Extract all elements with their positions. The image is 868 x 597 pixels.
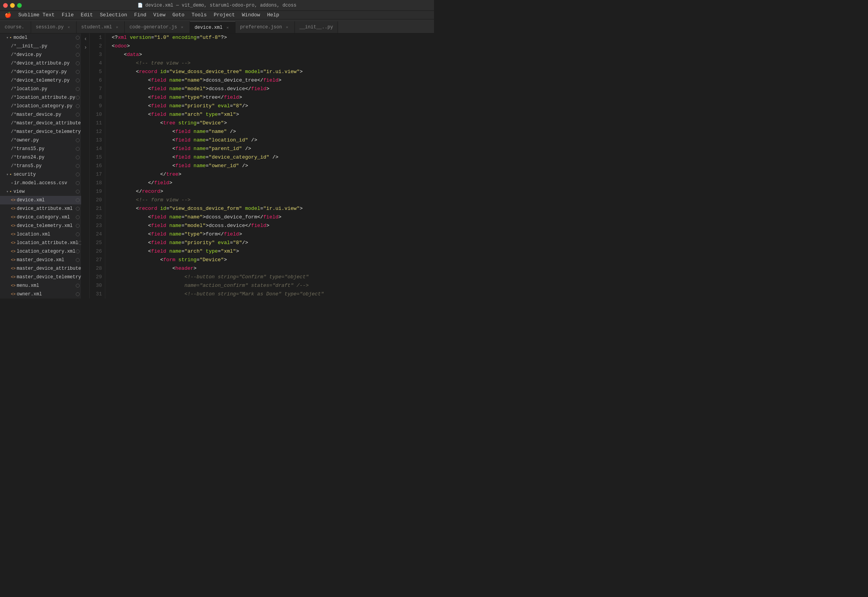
sidebar-circle bbox=[76, 207, 80, 211]
sidebar-item-loc-cat-py[interactable]: /* location_category.py bbox=[0, 102, 81, 110]
sidebar-item-device-py[interactable]: /* device.py bbox=[0, 51, 81, 59]
sidebar-item-master-dev-attr-xml[interactable]: <> master_device_attribute.xml bbox=[0, 264, 81, 273]
py-icon: /* bbox=[11, 78, 16, 83]
sidebar-item-device-tel-xml[interactable]: <> device_telemetry.xml bbox=[0, 222, 81, 230]
editor-area: ‹ › 1 2 3 4 5 6 7 8 9 10 11 12 13 14 15 … bbox=[82, 33, 434, 298]
tab-init[interactable]: __init__..py bbox=[295, 21, 338, 33]
sidebar-label: owner.xml bbox=[17, 292, 42, 297]
nav-back[interactable]: ‹ bbox=[82, 35, 89, 43]
py-icon: /* bbox=[11, 120, 16, 126]
sidebar-folder-security[interactable]: ▾ ▪ security bbox=[0, 170, 81, 179]
py-icon: /* bbox=[11, 138, 16, 143]
menu-view[interactable]: View bbox=[150, 11, 169, 19]
xml-icon: <> bbox=[11, 275, 16, 279]
sidebar-item-master-dev-attr-py[interactable]: /* master_device_attribute.py bbox=[0, 119, 81, 127]
menu-find[interactable]: Find bbox=[131, 11, 149, 19]
sidebar-item-loc-cat-xml[interactable]: <> location_category.xml bbox=[0, 247, 81, 256]
sidebar-item-master-device-py[interactable]: /* master_device.py bbox=[0, 110, 81, 119]
sidebar-label: location_attribute.xml bbox=[17, 240, 78, 246]
tab-course[interactable]: course. bbox=[0, 21, 31, 33]
py-icon: /* bbox=[11, 61, 16, 66]
tab-close-student[interactable]: ✕ bbox=[114, 24, 120, 30]
tab-close-session[interactable]: ✕ bbox=[66, 24, 71, 30]
folder-arrow: ▾ bbox=[6, 172, 9, 177]
sidebar-item-device-tel-py[interactable]: /* device_telemetry.py bbox=[0, 76, 81, 85]
code-editor[interactable]: 1 2 3 4 5 6 7 8 9 10 11 12 13 14 15 16 1… bbox=[90, 33, 434, 298]
sidebar-label: master_device.xml bbox=[17, 257, 64, 263]
sidebar-label: location_category.xml bbox=[17, 249, 75, 254]
sidebar-circle bbox=[78, 241, 82, 245]
sidebar-label: location_category.py bbox=[16, 103, 72, 109]
sidebar-circle bbox=[76, 173, 80, 176]
menu-tools[interactable]: Tools bbox=[188, 11, 210, 19]
sidebar-folder-view[interactable]: ▾ ▪ view bbox=[0, 187, 81, 196]
sidebar-item-trans5-py[interactable]: /* trans5.py bbox=[0, 162, 81, 170]
menu-edit[interactable]: Edit bbox=[78, 11, 96, 19]
tab-student[interactable]: student.xml ✕ bbox=[77, 21, 125, 33]
sidebar-item-trans15-py[interactable]: /* trans15.py bbox=[0, 145, 81, 153]
tab-device-xml[interactable]: device.xml ✕ bbox=[190, 21, 235, 33]
sidebar-circle bbox=[76, 87, 80, 91]
menubar: 🍎 Sublime Text File Edit Selection Find … bbox=[0, 11, 434, 19]
folder-icon-model: ▪ bbox=[9, 35, 12, 40]
maximize-button[interactable] bbox=[17, 3, 22, 8]
menu-file[interactable]: File bbox=[59, 11, 77, 19]
sidebar-item-device-attr-xml[interactable]: <> device_attribute.xml bbox=[0, 204, 81, 213]
sidebar-item-owner-xml[interactable]: <> owner.xml bbox=[0, 290, 81, 298]
sidebar-item-master-dev-tel-xml[interactable]: <> master_device_telemetry.xml bbox=[0, 273, 81, 281]
sidebar-folder-model[interactable]: ▾ ▪ model bbox=[0, 33, 81, 42]
sidebar-label: __init__.py bbox=[16, 44, 47, 49]
py-icon: /* bbox=[11, 86, 16, 92]
sidebar-item-master-dev-tel-py[interactable]: /* master_device_telemetry.py bbox=[0, 127, 81, 136]
sidebar-label: menu.xml bbox=[17, 283, 39, 288]
nav-forward[interactable]: › bbox=[82, 44, 89, 51]
sidebar-item-loc-attr-py[interactable]: /* location_attribute.py bbox=[0, 93, 81, 102]
sidebar-item-menu-xml[interactable]: <> menu.xml bbox=[0, 281, 81, 290]
traffic-lights[interactable] bbox=[3, 3, 22, 8]
sidebar-label-model: model bbox=[14, 35, 28, 40]
menu-window[interactable]: Window bbox=[239, 11, 263, 19]
tab-code-generator[interactable]: code-generator.js ✕ bbox=[125, 21, 190, 33]
tabbar: course. session.py ✕ student.xml ✕ code-… bbox=[0, 19, 434, 33]
tab-session[interactable]: session.py ✕ bbox=[31, 21, 77, 33]
code-content[interactable]: <?xml version="1.0" encoding="utf-8"?> <… bbox=[105, 33, 434, 298]
folder-arrow: ▾ bbox=[6, 35, 9, 40]
minimize-button[interactable] bbox=[10, 3, 15, 8]
py-icon: /* bbox=[11, 95, 16, 100]
sidebar-item-location-xml[interactable]: <> location.xml bbox=[0, 230, 81, 239]
sidebar-item-location-py[interactable]: /* location.py bbox=[0, 85, 81, 93]
sidebar-item-device-xml[interactable]: <> device.xml bbox=[0, 196, 81, 204]
sidebar-item-device-cat-xml[interactable]: <> device_category.xml bbox=[0, 213, 81, 222]
tab-close-device-xml[interactable]: ✕ bbox=[225, 25, 230, 30]
sidebar-item-ir-model[interactable]: ▪ ir.model.access.csv bbox=[0, 179, 81, 187]
sidebar-item-owner-py[interactable]: /* owner.py bbox=[0, 136, 81, 145]
tab-close-preference[interactable]: ✕ bbox=[284, 24, 290, 30]
tab-preference[interactable]: preference.json ✕ bbox=[235, 21, 295, 33]
sidebar-circle bbox=[76, 36, 80, 40]
py-icon: /* bbox=[11, 112, 16, 117]
sidebar-item-device-attr-py[interactable]: /* device_attribute.py bbox=[0, 59, 81, 68]
menu-goto[interactable]: Goto bbox=[169, 11, 188, 19]
sidebar-circle bbox=[76, 258, 80, 262]
tab-close-code-generator[interactable]: ✕ bbox=[180, 24, 185, 30]
sidebar-label: device.py bbox=[16, 52, 42, 58]
nav-arrows: ‹ › bbox=[82, 33, 90, 298]
sidebar-item-device-cat-py[interactable]: /* device_category.py bbox=[0, 68, 81, 76]
folder-arrow: ▾ bbox=[6, 189, 9, 194]
apple-menu[interactable]: 🍎 bbox=[2, 11, 14, 19]
titlebar: 📄 device.xml — vit_demo, staruml-odoo-pr… bbox=[0, 0, 434, 11]
sidebar-item-loc-attr-xml[interactable]: <> location_attribute.xml bbox=[0, 239, 81, 247]
menu-help[interactable]: Help bbox=[264, 11, 282, 19]
close-button[interactable] bbox=[3, 3, 8, 8]
sidebar-label: master_device_telemetry.xml bbox=[17, 274, 82, 280]
menu-project[interactable]: Project bbox=[211, 11, 238, 19]
menu-selection[interactable]: Selection bbox=[97, 11, 130, 19]
menu-sublime-text[interactable]: Sublime Text bbox=[15, 11, 58, 19]
sidebar-label: trans5.py bbox=[16, 163, 42, 169]
file-icon: 📄 bbox=[138, 3, 143, 8]
sidebar-item-init-py[interactable]: /* __init__.py bbox=[0, 42, 81, 51]
sidebar-item-trans24-py[interactable]: /* trans24.py bbox=[0, 153, 81, 162]
file-icon: ▪ bbox=[11, 181, 13, 185]
sidebar-item-master-dev-xml[interactable]: <> master_device.xml bbox=[0, 256, 81, 264]
xml-icon: <> bbox=[11, 198, 16, 202]
